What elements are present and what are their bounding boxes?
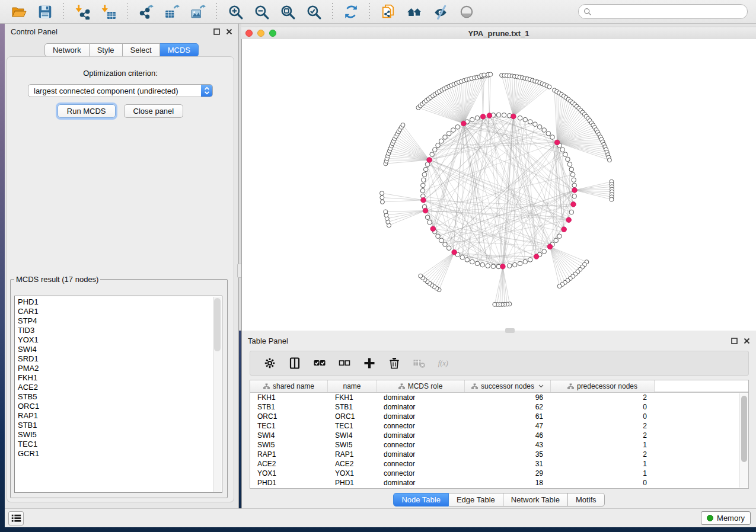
column-header-successor-nodes[interactable]: successor nodes: [465, 380, 551, 392]
table-row[interactable]: PHD1PHD1dominator180: [250, 478, 748, 488]
mcds-result-item[interactable]: ACE2: [18, 383, 222, 392]
table-row[interactable]: SWI5SWI5connector431: [250, 440, 748, 450]
mcds-result-item[interactable]: FKH1: [18, 373, 222, 383]
float-panel-icon[interactable]: [213, 28, 220, 35]
criterion-select[interactable]: largest connected component (undirected): [28, 84, 213, 97]
import-network-icon[interactable]: [74, 3, 91, 21]
save-session-icon[interactable]: [36, 3, 54, 21]
table-settings-icon[interactable]: [263, 356, 277, 370]
show-all-icon[interactable]: [458, 3, 476, 21]
tab-node-table[interactable]: Node Table: [393, 493, 449, 507]
mcds-result-item[interactable]: ORC1: [18, 402, 222, 411]
node-table[interactable]: shared namenameMCDS rolesuccessor nodesp…: [250, 380, 749, 489]
mcds-result-list[interactable]: PHD1CAR1STP4TID3YOX1SWI4SRD1PMA2FKH1ACE2…: [14, 296, 222, 493]
run-mcds-button[interactable]: Run MCDS: [58, 104, 116, 118]
export-table-icon[interactable]: [163, 3, 181, 21]
first-neighbors-icon[interactable]: [406, 3, 423, 21]
mcds-result-item[interactable]: STB1: [18, 421, 222, 430]
mcds-result-item[interactable]: RAP1: [18, 411, 222, 421]
delete-column-icon[interactable]: [387, 356, 401, 370]
cell-successor-nodes: 43: [465, 441, 551, 449]
search-input[interactable]: [595, 7, 742, 17]
mcds-result-item[interactable]: STP4: [18, 316, 222, 326]
close-panel-icon[interactable]: [226, 28, 232, 35]
tab-motifs[interactable]: Motifs: [568, 493, 605, 507]
mcds-list-scrollbar[interactable]: [213, 297, 221, 492]
float-panel-icon[interactable]: [731, 338, 738, 344]
column-header-name[interactable]: name: [328, 380, 377, 392]
cell-successor-nodes: 96: [465, 393, 551, 402]
table-row[interactable]: YOX1YOX1connector291: [250, 469, 748, 478]
import-table-icon[interactable]: [100, 3, 117, 21]
zoom-in-icon[interactable]: [227, 3, 244, 21]
refresh-layout-icon[interactable]: [342, 3, 360, 21]
table-scrollbar[interactable]: [739, 393, 748, 488]
tab-edge-table[interactable]: Edge Table: [449, 493, 503, 507]
cell-MCDS-role: dominator: [377, 393, 465, 402]
mcds-result-item[interactable]: GCR1: [18, 449, 222, 459]
panel-splitter-horizontal[interactable]: [505, 328, 515, 333]
mcds-result-item[interactable]: CAR1: [18, 307, 222, 316]
zoom-out-icon[interactable]: [253, 3, 270, 21]
minimize-window-icon[interactable]: [257, 30, 264, 37]
mcds-result-item[interactable]: SWI5: [18, 430, 222, 440]
new-network-from-selection-icon[interactable]: [379, 3, 397, 21]
network-window-titlebar[interactable]: YPA_prune.txt_1: [241, 27, 756, 40]
tab-network-table[interactable]: Network Table: [503, 493, 568, 507]
mcds-result-item[interactable]: STB5: [18, 392, 222, 402]
show-columns-icon[interactable]: [288, 356, 302, 370]
search-box[interactable]: [578, 4, 748, 19]
hide-selected-icon[interactable]: [432, 3, 449, 21]
deselect-all-icon[interactable]: [337, 356, 352, 370]
cell-shared-name: FKH1: [250, 393, 328, 402]
close-panel-button[interactable]: Close panel: [124, 104, 184, 118]
select-all-icon[interactable]: [312, 356, 327, 370]
criterion-select-value: largest connected component (undirected): [28, 86, 201, 95]
column-header-MCDS-role[interactable]: MCDS role: [377, 380, 465, 392]
zoom-fit-icon[interactable]: [279, 3, 296, 21]
network-graph[interactable]: [242, 39, 756, 331]
tab-select[interactable]: Select: [123, 43, 160, 57]
tab-mcds[interactable]: MCDS: [160, 43, 199, 57]
table-row[interactable]: ORC1ORC1dominator610: [250, 412, 748, 421]
cell-predecessor-nodes: 0: [551, 412, 655, 421]
table-row[interactable]: STB1STB1dominator620: [250, 402, 748, 412]
table-row[interactable]: ACE2ACE2connector311: [250, 459, 748, 469]
open-file-icon[interactable]: [10, 3, 28, 21]
zoom-selected-icon[interactable]: [305, 3, 323, 21]
table-toolbar: f(x): [250, 351, 749, 376]
task-history-button[interactable]: [8, 511, 24, 525]
column-header-shared-name[interactable]: shared name: [250, 380, 328, 392]
table-row[interactable]: RAP1RAP1dominator352: [250, 450, 748, 459]
memory-button[interactable]: Memory: [701, 511, 751, 525]
mcds-result-title: MCDS result (17 nodes): [14, 275, 100, 284]
mcds-result-item[interactable]: YOX1: [18, 335, 222, 345]
svg-text:f(x): f(x): [438, 359, 448, 367]
cell-successor-nodes: 62: [465, 403, 551, 411]
cell-successor-nodes: 61: [465, 412, 551, 421]
cell-shared-name: TEC1: [250, 422, 328, 430]
table-row[interactable]: TEC1TEC1connector472: [250, 421, 748, 431]
tab-style[interactable]: Style: [90, 43, 123, 57]
tab-network[interactable]: Network: [44, 43, 90, 57]
close-window-icon[interactable]: [245, 30, 253, 37]
mcds-result-item[interactable]: SRD1: [18, 354, 222, 364]
export-network-icon[interactable]: [137, 3, 155, 21]
mcds-result-item[interactable]: SWI4: [18, 345, 222, 354]
search-icon: [583, 8, 592, 16]
mcds-result-item[interactable]: PHD1: [18, 297, 222, 307]
export-image-icon[interactable]: [189, 3, 207, 21]
column-header-predecessor-nodes[interactable]: predecessor nodes: [551, 380, 655, 392]
close-panel-icon[interactable]: [744, 338, 750, 344]
cell-MCDS-role: connector: [377, 469, 465, 477]
mcds-result-item[interactable]: TEC1: [18, 440, 222, 449]
table-row[interactable]: FKH1FKH1dominator962: [250, 393, 748, 402]
mcds-result-item[interactable]: TID3: [18, 326, 222, 335]
network-canvas[interactable]: [241, 39, 756, 331]
table-row[interactable]: SWI4SWI4dominator462: [250, 431, 748, 440]
table-panel: Table Panel f(x) shared namenameMCDS rol…: [241, 331, 756, 508]
cell-name: FKH1: [328, 393, 377, 402]
mcds-result-item[interactable]: PMA2: [18, 364, 222, 373]
maximize-window-icon[interactable]: [269, 30, 276, 37]
add-column-icon[interactable]: [362, 356, 377, 370]
